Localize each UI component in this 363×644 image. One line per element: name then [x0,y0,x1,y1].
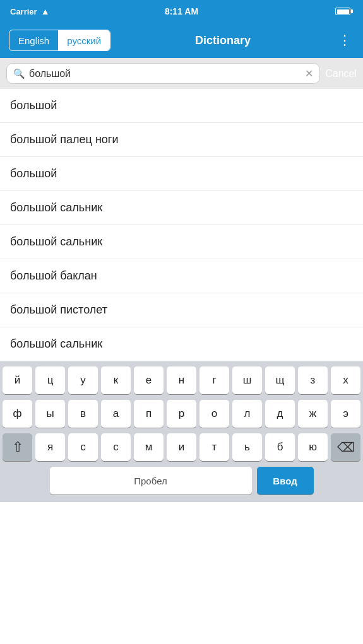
key-с1[interactable]: с [68,433,98,461]
search-icon: 🔍 [13,68,25,79]
key-н[interactable]: н [167,366,196,394]
key-ь[interactable]: ь [232,433,262,461]
key-е[interactable]: е [134,366,164,394]
key-з[interactable]: з [298,366,328,394]
key-а[interactable]: а [101,400,131,428]
key-щ[interactable]: щ [265,366,295,394]
key-ц[interactable]: ц [35,366,65,394]
key-х[interactable]: х [331,366,360,394]
language-toggle[interactable]: English русский [9,30,110,51]
nav-title: Dictionary [117,34,329,47]
space-key[interactable]: Пробел [50,467,252,495]
clear-search-button[interactable]: ✕ [305,67,313,79]
key-б[interactable]: б [265,433,295,461]
status-time: 8:11 AM [165,6,198,16]
enter-key[interactable]: Ввод [257,467,314,495]
key-р[interactable]: р [167,400,196,428]
carrier-info: Carrier ▲ [10,6,50,16]
key-и[interactable]: и [167,433,196,461]
key-э[interactable]: э [331,400,360,428]
keyboard-row-1: й ц у к е н г ш щ з х [3,366,360,394]
key-г[interactable]: г [199,366,229,394]
key-ш[interactable]: ш [232,366,262,394]
result-item[interactable]: большой баклан [0,259,363,293]
status-bar: Carrier ▲ 8:11 AM [0,0,363,23]
lang-english-button[interactable]: English [9,30,58,50]
key-д[interactable]: д [265,400,295,428]
more-options-button[interactable]: ⋮ [335,32,354,49]
search-bar: 🔍 ✕ Cancel [0,58,363,89]
key-ф[interactable]: ф [3,400,32,428]
result-item[interactable]: большой пистолет [0,293,363,327]
search-input-wrap: 🔍 ✕ [6,63,320,84]
key-л[interactable]: л [232,400,262,428]
result-item[interactable]: большой [0,89,363,123]
result-item[interactable]: большой сальник [0,191,363,225]
cancel-button[interactable]: Cancel [325,68,357,79]
result-item[interactable]: большой палец ноги [0,123,363,157]
delete-key[interactable]: ⌫ [331,433,360,461]
key-ю[interactable]: ю [298,433,328,461]
key-в[interactable]: в [68,400,98,428]
key-я[interactable]: я [35,433,65,461]
result-item[interactable]: большой сальник [0,225,363,259]
keyboard-bottom-row: Пробел Ввод [3,467,360,500]
key-п[interactable]: п [134,400,164,428]
shift-key[interactable]: ⇧ [3,433,32,461]
result-item[interactable]: большой сальник [0,327,363,361]
keyboard: й ц у к е н г ш щ з х ф ы в а п р о л д … [0,361,363,502]
key-у[interactable]: у [68,366,98,394]
result-item[interactable]: большой [0,157,363,191]
wifi-icon: ▲ [41,6,50,16]
key-ы[interactable]: ы [35,400,65,428]
lang-russian-button[interactable]: русский [58,30,110,50]
key-о[interactable]: о [199,400,229,428]
carrier-label: Carrier [10,7,37,16]
key-й[interactable]: й [3,366,32,394]
results-list: большойбольшой палец ногибольшойбольшой … [0,89,363,361]
key-ж[interactable]: ж [298,400,328,428]
keyboard-row-2: ф ы в а п р о л д ж э [3,400,360,428]
search-input[interactable] [29,68,301,79]
key-с2[interactable]: с [101,433,131,461]
key-к[interactable]: к [101,366,131,394]
key-т[interactable]: т [199,433,229,461]
nav-bar: English русский Dictionary ⋮ [0,23,363,58]
keyboard-row-3: ⇧ я с с м и т ь б ю ⌫ [3,433,360,461]
key-м[interactable]: м [134,433,164,461]
battery-icon [335,8,353,15]
